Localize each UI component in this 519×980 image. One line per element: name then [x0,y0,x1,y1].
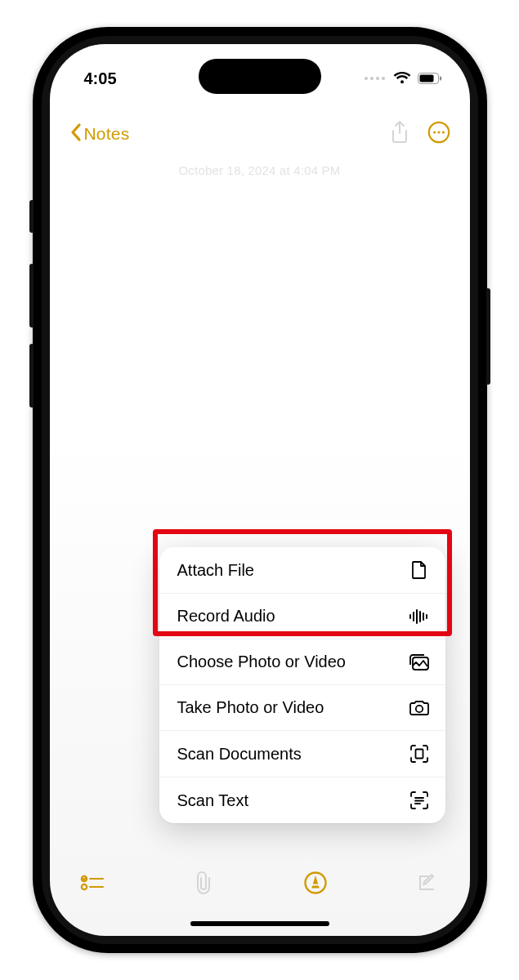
markup-icon [303,871,328,895]
menu-item-label: Record Audio [177,607,275,626]
cellular-dots-icon [365,77,385,80]
paperclip-icon [193,871,214,895]
dynamic-island [199,59,321,94]
nav-header: Notes [50,113,470,155]
chevron-left-icon [69,122,83,145]
menu-item-label: Attach File [177,561,254,580]
iphone-frame: 4:05 Notes [33,27,487,953]
menu-item-label: Choose Photo or Video [177,653,346,671]
status-time: 4:05 [84,69,117,88]
menu-item-record-audio[interactable]: Record Audio [159,594,445,639]
attach-menu: Attach File Record Audio Choose Photo or… [159,547,445,823]
battery-icon [418,73,442,84]
photo-stack-icon [409,653,430,671]
back-label: Notes [84,124,130,144]
menu-item-label: Scan Text [177,791,248,810]
wifi-icon [393,72,411,85]
scan-text-icon [409,791,430,810]
camera-icon [409,700,430,716]
checklist-icon [80,874,105,892]
svg-rect-15 [415,750,423,759]
side-button [486,288,490,385]
checklist-button[interactable] [74,874,110,892]
share-button[interactable] [390,120,409,148]
screen: 4:05 Notes [50,44,470,936]
volume-up-button [29,264,34,327]
scan-doc-icon [409,744,430,764]
note-timestamp: October 18, 2024 at 4:04 PM [73,163,447,177]
waveform-icon [409,608,430,625]
svg-point-4 [433,131,436,133]
more-button[interactable] [427,121,450,147]
svg-rect-1 [419,75,433,82]
menu-item-choose-photo[interactable]: Choose Photo or Video [159,639,445,685]
svg-rect-2 [440,77,441,81]
svg-point-5 [437,131,440,133]
attach-button[interactable] [186,871,221,895]
volume-down-button [29,344,34,408]
svg-point-14 [415,705,422,711]
svg-point-21 [81,884,86,889]
menu-item-attach-file[interactable]: Attach File [159,547,445,594]
ring-switch [29,200,34,233]
bottom-toolbar [50,858,470,908]
svg-point-6 [441,131,444,133]
compose-button[interactable] [409,871,445,894]
document-icon [409,560,430,580]
menu-item-label: Scan Documents [177,745,302,764]
menu-item-label: Take Photo or Video [177,698,324,717]
menu-item-take-photo[interactable]: Take Photo or Video [159,685,445,731]
compose-icon [415,871,438,894]
home-indicator [190,921,329,926]
menu-item-scan-text[interactable]: Scan Text [159,777,445,823]
menu-item-scan-documents[interactable]: Scan Documents [159,731,445,777]
markup-button[interactable] [298,871,333,895]
back-button[interactable]: Notes [69,122,130,145]
